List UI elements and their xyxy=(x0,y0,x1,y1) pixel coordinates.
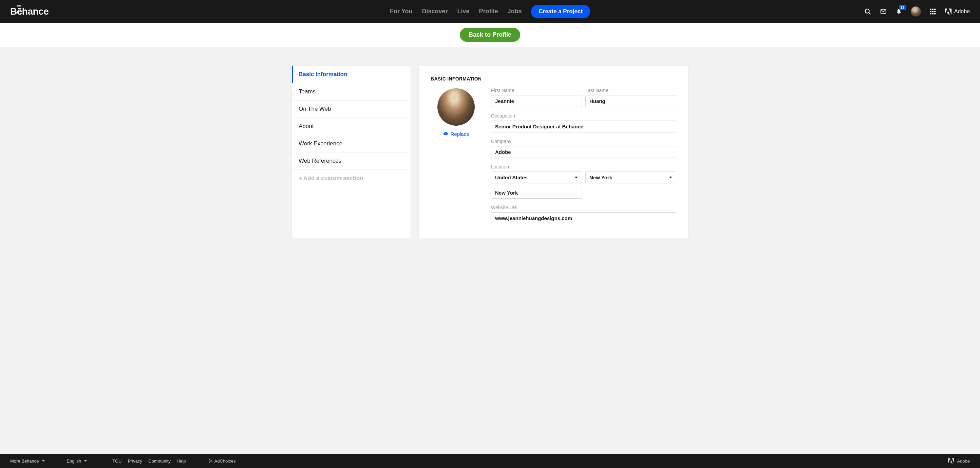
mail-icon[interactable] xyxy=(880,8,887,15)
svg-rect-11 xyxy=(932,13,934,14)
label-occupation: Occupation xyxy=(491,113,676,118)
country-select[interactable]: United States xyxy=(491,171,582,184)
nav-right: 13 Adobe xyxy=(864,6,970,17)
avatar[interactable] xyxy=(911,6,921,17)
svg-marker-15 xyxy=(947,11,950,14)
label-company: Company xyxy=(491,139,676,144)
notifications-icon[interactable]: 13 xyxy=(895,8,903,15)
nav-live[interactable]: Live xyxy=(457,8,469,15)
main-wrap: Basic Information Teams On The Web About… xyxy=(288,65,692,252)
svg-rect-4 xyxy=(930,8,931,10)
form-heading: BASIC INFORMATION xyxy=(431,76,676,81)
label-location: Location xyxy=(491,164,676,169)
adobe-logo-icon xyxy=(945,8,951,14)
svg-rect-6 xyxy=(934,8,935,10)
label-first-name: First Name xyxy=(491,88,582,93)
nav-profile[interactable]: Profile xyxy=(479,8,498,15)
nav-center: For You Discover Live Profile Jobs Creat… xyxy=(390,5,590,18)
svg-rect-10 xyxy=(930,13,931,14)
nav-for-you[interactable]: For You xyxy=(390,8,412,15)
label-last-name: Last Name xyxy=(585,88,676,93)
svg-rect-9 xyxy=(934,11,935,12)
top-nav: Bēhance For You Discover Live Profile Jo… xyxy=(0,0,980,23)
chevron-down-icon xyxy=(574,177,578,178)
sidebar-add-custom-section[interactable]: + Add a custom section xyxy=(292,170,410,187)
first-name-input[interactable] xyxy=(491,95,582,107)
settings-sidebar: Basic Information Teams On The Web About… xyxy=(291,65,411,238)
sidebar-item-on-the-web[interactable]: On The Web xyxy=(292,101,410,118)
svg-rect-5 xyxy=(932,8,934,10)
profile-avatar xyxy=(438,88,475,126)
create-project-button[interactable]: Create a Project xyxy=(531,5,590,18)
state-select[interactable]: New York xyxy=(585,171,676,184)
svg-line-1 xyxy=(869,13,870,14)
behance-logo[interactable]: Bēhance xyxy=(10,6,49,17)
sidebar-item-teams[interactable]: Teams xyxy=(292,83,410,101)
sidebar-item-web-references[interactable]: Web References xyxy=(292,152,410,170)
last-name-input[interactable] xyxy=(585,95,676,107)
chevron-down-icon xyxy=(669,177,672,178)
search-icon[interactable] xyxy=(864,8,872,15)
svg-point-0 xyxy=(865,9,869,13)
svg-marker-13 xyxy=(949,8,951,14)
sidebar-item-basic-information[interactable]: Basic Information xyxy=(292,66,410,83)
replace-avatar-link[interactable]: Replace xyxy=(443,131,469,137)
occupation-input[interactable] xyxy=(491,121,676,133)
fields-column: First Name Last Name Occupation xyxy=(491,88,676,224)
back-to-profile-button[interactable]: Back to Profile xyxy=(460,28,520,42)
avatar-column: Replace xyxy=(431,88,482,224)
sidebar-item-about[interactable]: About xyxy=(292,118,410,135)
apps-grid-icon[interactable] xyxy=(929,8,937,15)
nav-jobs[interactable]: Jobs xyxy=(507,8,522,15)
label-website: Website URL xyxy=(491,205,676,210)
website-input[interactable] xyxy=(491,212,676,224)
city-input[interactable] xyxy=(491,187,582,199)
svg-rect-8 xyxy=(932,11,934,12)
svg-marker-14 xyxy=(945,8,947,14)
notification-badge: 13 xyxy=(899,5,906,10)
form-card: BASIC INFORMATION Replace First Name Las… xyxy=(418,65,689,238)
svg-rect-7 xyxy=(930,11,931,12)
sidebar-item-work-experience[interactable]: Work Experience xyxy=(292,135,410,152)
nav-discover[interactable]: Discover xyxy=(422,8,448,15)
svg-point-3 xyxy=(898,13,899,14)
adobe-label: Adobe xyxy=(954,8,970,14)
sub-bar: Back to Profile xyxy=(0,23,980,47)
adobe-brand[interactable]: Adobe xyxy=(945,8,970,14)
svg-rect-12 xyxy=(934,13,935,14)
cloud-upload-icon xyxy=(443,132,448,137)
company-input[interactable] xyxy=(491,146,676,158)
